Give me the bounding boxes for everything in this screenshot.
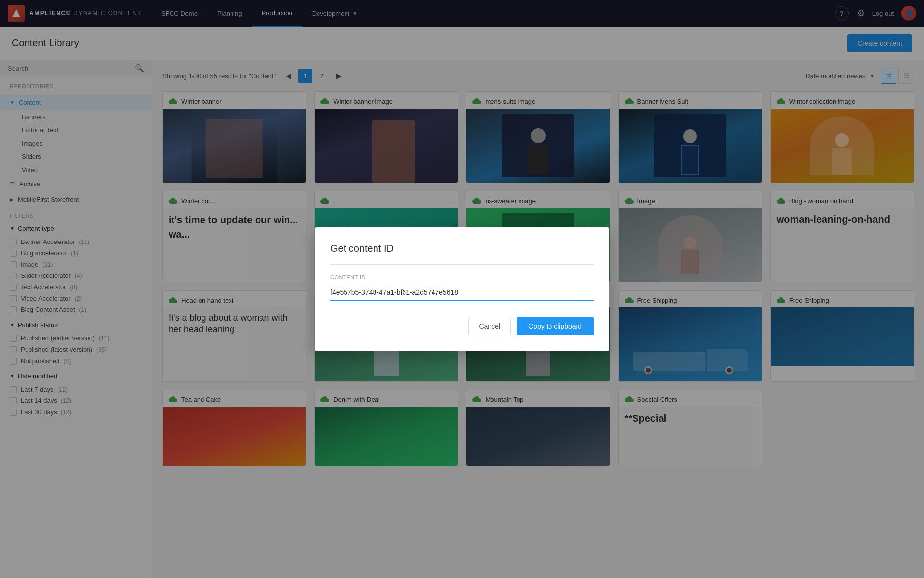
modal-divider [330,264,594,265]
modal-cancel-button[interactable]: Cancel [468,317,511,335]
modal-title: Get content ID [330,243,594,254]
modal-field-label: Content ID [330,274,594,280]
content-id-input[interactable] [330,284,594,301]
modal-copy-button[interactable]: Copy to clipboard [517,317,594,335]
modal-actions: Cancel Copy to clipboard [330,317,594,335]
modal-overlay: Get content ID Content ID Cancel Copy to… [0,0,924,578]
modal: Get content ID Content ID Cancel Copy to… [315,227,609,351]
